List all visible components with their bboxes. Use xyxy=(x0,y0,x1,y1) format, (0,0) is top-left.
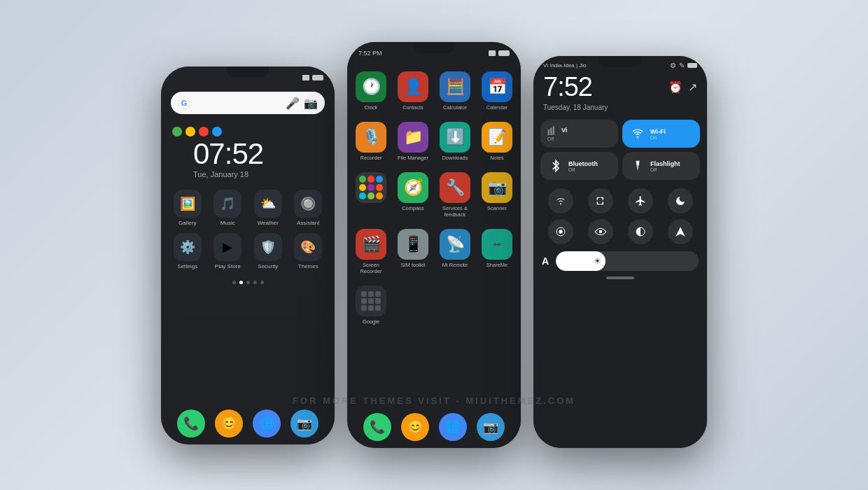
weather-label: Weather xyxy=(258,220,279,226)
dock-phone-icon[interactable]: 📞 xyxy=(177,410,205,438)
playstore-icon: ▶ xyxy=(214,233,241,261)
brightness-sun-icon: ☀ xyxy=(594,256,601,266)
drawer-miremote[interactable]: 📡 Mi Remote xyxy=(435,225,475,279)
cc-brightness-row: A ☀ xyxy=(533,247,707,275)
dot-yellow xyxy=(186,127,195,136)
svg-rect-0 xyxy=(548,130,550,135)
cc-tile-signal[interactable]: Vi Off xyxy=(540,120,618,148)
security-label: Security xyxy=(258,263,278,270)
cc-tile-bluetooth[interactable]: Bluetooth Off xyxy=(540,152,618,180)
page-dot-3 xyxy=(246,281,250,284)
toggle-location[interactable] xyxy=(668,219,693,244)
notes-app-icon: 📝 xyxy=(482,122,512,153)
cc-time-icons: ⏰ ↗ xyxy=(668,80,697,94)
themes-icon: 🎨 xyxy=(294,233,322,261)
drawer-clock[interactable]: 🕐 Clock xyxy=(351,67,391,115)
drawer-filemanager[interactable]: 📁 File Manager xyxy=(393,118,433,165)
settings-icon: ⚙️ xyxy=(174,233,202,261)
signal-tile-label: Vi xyxy=(561,127,567,134)
search-bar-icons: 🎤 📷 xyxy=(286,97,318,110)
drawer-notes[interactable]: 📝 Notes xyxy=(477,118,517,165)
dock-center-phone[interactable]: 📞 xyxy=(363,413,391,441)
drawer-screenrecorder[interactable]: 🎬 Screen Recorder xyxy=(351,225,391,279)
color-dots xyxy=(172,127,323,136)
drawer-services[interactable]: 🔧 Services & feedback xyxy=(435,168,475,222)
themes-label: Themes xyxy=(298,263,318,270)
drawer-downloads[interactable]: ⬇️ Downloads xyxy=(435,118,475,165)
screen-right: Vi India-Idea | Jio ⚙ ✎ 7:52 ⏰ ↗ Tuesday… xyxy=(533,56,707,448)
toggle-record[interactable] xyxy=(548,219,573,244)
app-themes[interactable]: 🎨 Themes xyxy=(289,230,328,272)
toggle-airplane[interactable] xyxy=(628,188,653,214)
brightness-slider[interactable]: ☀ xyxy=(556,251,699,271)
app-music[interactable]: 🎵 Music xyxy=(209,187,248,229)
drawer-calculator[interactable]: 🧮 Calculator xyxy=(435,67,475,115)
cc-alarm-icon: ⏰ xyxy=(668,80,682,94)
assistant-label: Assistant xyxy=(297,220,319,226)
cc-tile-wifi[interactable]: Wi-Fi On xyxy=(622,120,700,148)
drawer-folder[interactable] xyxy=(351,168,391,222)
screen-center: 7:52 PM 🕐 Clock 👤 Contacts 🧮 xyxy=(347,42,521,448)
gallery-icon: 🖼️ xyxy=(174,190,202,218)
drawer-contacts[interactable]: 👤 Contacts xyxy=(393,67,433,115)
dock-center-camera[interactable]: 📷 xyxy=(477,413,505,441)
drawer-google[interactable]: Google xyxy=(351,281,391,329)
drawer-shareme[interactable]: ↔ ShareMe xyxy=(477,225,517,279)
app-assistant[interactable]: 🔘 Assistant xyxy=(289,187,328,229)
app-playstore[interactable]: ▶ Play Store xyxy=(209,230,248,272)
dock-emoji-icon[interactable]: 😊 xyxy=(215,410,243,438)
app-settings[interactable]: ⚙️ Settings xyxy=(168,230,207,272)
clock-widget: 07:52 Tue, January 18 xyxy=(161,120,335,181)
drawer-recorder[interactable]: 🎙️ Recorder xyxy=(351,118,391,165)
cc-settings-icon: ⚙ xyxy=(670,62,676,69)
wifi-tile-text: Wi-Fi On xyxy=(650,128,666,140)
toggle-eye[interactable] xyxy=(588,219,613,244)
calendar-app-icon: 📅 xyxy=(482,71,512,102)
toggle-moon[interactable] xyxy=(668,188,693,214)
volume-indicator xyxy=(606,276,634,279)
search-bar[interactable]: G 🎤 📷 xyxy=(171,92,325,114)
dock-chrome-icon[interactable]: 🌐 xyxy=(253,410,281,438)
dot-red xyxy=(199,127,209,136)
cc-date: Tuesday, 18 January xyxy=(533,104,707,111)
screen-left: G 🎤 📷 07:52 Tue, January 18 xyxy=(161,66,335,444)
bottom-dock-center: 📞 😊 🌐 📷 xyxy=(347,409,521,448)
brightness-label: A xyxy=(542,255,549,267)
phone-right: Vi India-Idea | Jio ⚙ ✎ 7:52 ⏰ ↗ Tuesday… xyxy=(533,56,707,448)
drawer-compass[interactable]: 🧭 Compass xyxy=(393,168,433,222)
recorder-app-label: Recorder xyxy=(360,155,382,161)
google-app-label: Google xyxy=(363,318,379,325)
page-dot-4 xyxy=(253,281,257,284)
cc-tile-flashlight[interactable]: Flashlight Off xyxy=(622,152,700,180)
notch-right xyxy=(599,56,641,67)
simtoolkit-app-icon: 📱 xyxy=(398,229,428,260)
brightness-fill: ☀ xyxy=(556,251,606,271)
app-gallery[interactable]: 🖼️ Gallery xyxy=(168,187,207,229)
dot-green xyxy=(172,127,182,136)
dock-center-emoji[interactable]: 😊 xyxy=(401,413,429,441)
cc-tiles-grid: Vi Off Wi-Fi xyxy=(533,117,707,183)
bluetooth-tile-text: Bluetooth Off xyxy=(568,160,598,172)
status-time-center: 7:52 PM xyxy=(358,50,382,57)
signal-center xyxy=(489,50,496,56)
watermark: FOR MORE THEMES VISIT - MIUITHEMEZ.COM xyxy=(293,396,575,406)
cc-time-row: 7:52 ⏰ ↗ xyxy=(533,71,707,104)
flashlight-icon xyxy=(629,158,646,174)
toggle-wifi[interactable] xyxy=(548,188,573,214)
mic-icon: 🎤 xyxy=(286,97,300,110)
app-weather[interactable]: ⛅ Weather xyxy=(248,187,288,229)
weather-icon: ⛅ xyxy=(254,190,282,218)
toggle-expand[interactable] xyxy=(588,188,613,214)
shareme-app-icon: ↔ xyxy=(482,229,512,260)
dock-center-chrome[interactable]: 🌐 xyxy=(439,413,467,441)
toggle-contrast[interactable] xyxy=(628,219,653,244)
drawer-calendar[interactable]: 📅 Calendar xyxy=(477,67,517,115)
drawer-simtoolkit[interactable]: 📱 SIM toolkit xyxy=(393,225,433,279)
music-label: Music xyxy=(220,220,235,226)
app-security[interactable]: 🛡️ Security xyxy=(248,230,288,272)
dock-camera-icon[interactable]: 📷 xyxy=(290,410,318,438)
clock-time-left: 07:52 xyxy=(193,139,323,169)
assistant-icon: 🔘 xyxy=(294,190,322,218)
signal-icon xyxy=(302,75,309,80)
drawer-scanner[interactable]: 📷 Scanner xyxy=(477,168,517,222)
